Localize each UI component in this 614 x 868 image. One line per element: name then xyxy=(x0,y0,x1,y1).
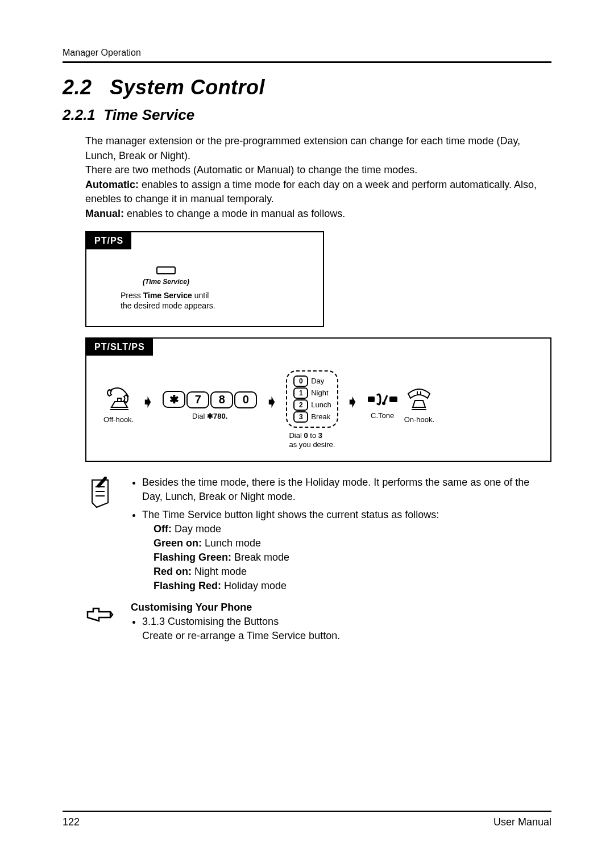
d2-post: as you desire. xyxy=(289,440,335,449)
note-2: The Time Service button light shows the … xyxy=(142,508,551,594)
manual-text: enables to change a mode in manual as fo… xyxy=(124,208,345,219)
onhook-caption: On-hook. xyxy=(404,415,434,432)
custom-item: 3.1.3 Customising the Buttons Create or … xyxy=(142,615,551,643)
intro-p2: There are two methods (Automatic or Manu… xyxy=(85,163,551,178)
custom-heading: Customising Your Phone xyxy=(131,602,252,613)
notes-body: Besides the time mode, there is the Holi… xyxy=(131,475,551,597)
step-dial780: ✱780 Dial ✱780. xyxy=(162,391,258,429)
d2-pre: Dial xyxy=(289,431,304,440)
custom-ref: 3.1.3 Customising the Buttons xyxy=(142,616,279,627)
option-break: 3Break xyxy=(293,411,331,423)
custom-icon xyxy=(85,600,119,647)
dial780-caption: Dial ✱780. xyxy=(192,412,227,429)
hand-point-icon xyxy=(85,600,114,623)
arrow-icon: ➧ xyxy=(263,393,280,411)
svg-rect-1 xyxy=(368,397,375,402)
auto-text: enables to assign a time mode for each d… xyxy=(85,179,537,205)
dial-code: 780. xyxy=(213,412,227,420)
custom-desc: Create or re-arrange a Time Service butt… xyxy=(142,630,340,641)
key-opt-2: 2 xyxy=(293,399,308,411)
arrow-icon: ➧ xyxy=(139,393,156,411)
intro-manual: Manual: enables to change a mode in manu… xyxy=(85,207,551,222)
svg-line-3 xyxy=(384,395,387,403)
svg-rect-4 xyxy=(389,397,397,402)
dial0to3-caption: Dial 0 to 3 as you desire. xyxy=(289,431,335,450)
opt-lunch-label: Lunch xyxy=(311,400,331,409)
page-number: 122 xyxy=(63,816,80,828)
time-service-button-icon xyxy=(156,266,176,274)
intro-auto: Automatic: enables to assign a time mode… xyxy=(85,178,551,207)
ptps-caption-strong: Time Service xyxy=(143,291,192,300)
state-red-k: Red on: xyxy=(154,566,192,577)
subsection-number: 2.2.1 xyxy=(63,106,96,123)
state-green-v: Lunch mode xyxy=(202,537,261,549)
notes-list: Besides the time mode, there is the Holi… xyxy=(142,475,551,594)
ctone-icon xyxy=(367,391,399,408)
subsection-title: Time Service xyxy=(103,106,194,123)
state-flashgreen: Flashing Green: Break mode xyxy=(154,550,551,565)
key-opt-3: 3 xyxy=(293,411,308,423)
option-night: 1Night xyxy=(293,387,331,399)
time-service-button-label: (Time Service) xyxy=(121,278,211,286)
opt-day-label: Day xyxy=(311,377,324,385)
dial-pre: Dial xyxy=(192,412,207,420)
ctone-caption: C.Tone xyxy=(371,411,394,428)
ptps-caption-pre: Press xyxy=(121,291,143,300)
state-red: Red on: Night mode xyxy=(154,565,551,579)
ptslt-tab: PT/SLT/PS xyxy=(86,339,153,356)
ptps-body: (Time Service) Press Time Service until … xyxy=(86,249,246,326)
footer-title: User Manual xyxy=(493,816,551,828)
notes-block: Besides the time mode, there is the Holi… xyxy=(85,475,551,597)
custom-block: Customising Your Phone 3.1.3 Customising… xyxy=(85,600,551,647)
ptps-caption: Press Time Service until the desired mod… xyxy=(121,290,217,311)
key-0: 0 xyxy=(234,391,257,408)
d2-b2: 3 xyxy=(318,431,322,440)
key-8: 8 xyxy=(210,391,233,408)
svg-point-9 xyxy=(105,477,107,479)
key-7: 7 xyxy=(186,391,209,408)
section-number: 2.2 xyxy=(63,76,92,99)
footer-row: 122 User Manual xyxy=(63,816,551,828)
arrow-icon: ➧ xyxy=(344,393,361,411)
states-list: Off: Day mode Green on: Lunch mode Flash… xyxy=(154,522,551,594)
step-onhook: On-hook. xyxy=(404,387,434,432)
state-flashgreen-v: Break mode xyxy=(231,552,289,563)
option-lunch: 2Lunch xyxy=(293,399,331,411)
option-day: 0Day xyxy=(293,375,331,387)
custom-body: Customising Your Phone 3.1.3 Customising… xyxy=(131,600,551,647)
d2-mid: to xyxy=(308,431,318,440)
state-flashgreen-k: Flashing Green: xyxy=(154,552,231,563)
opt-break-label: Break xyxy=(311,412,330,421)
offhook-caption: Off-hook. xyxy=(103,415,134,432)
state-flashred-v: Holiday mode xyxy=(221,580,287,591)
section-title: System Control xyxy=(110,76,265,99)
breadcrumb: Manager Operation xyxy=(63,48,551,58)
figure-ptslt: PT/SLT/PS Off-hook. ➧ ✱780 Dial ✱780. ➧ xyxy=(85,337,551,462)
state-off-k: Off: xyxy=(154,523,172,535)
keypad-780: ✱780 xyxy=(162,391,258,408)
figure-ptps: PT/PS (Time Service) Press Time Service … xyxy=(85,231,324,327)
state-red-v: Night mode xyxy=(192,566,247,577)
header-rule xyxy=(63,61,551,63)
state-flashred-k: Flashing Red: xyxy=(154,580,221,591)
ptslt-body: Off-hook. ➧ ✱780 Dial ✱780. ➧ 0Day 1Nigh… xyxy=(86,356,550,461)
subsection-heading: 2.2.1 Time Service xyxy=(63,106,551,124)
note-1: Besides the time mode, there is the Holi… xyxy=(142,475,551,504)
page-footer: 122 User Manual xyxy=(63,811,551,828)
state-off: Off: Day mode xyxy=(154,522,551,536)
step-ctone: C.Tone xyxy=(367,391,399,428)
key-star: ✱ xyxy=(163,391,185,408)
intro-block: The manager extension or the pre-program… xyxy=(85,134,551,221)
intro-p1: The manager extension or the pre-program… xyxy=(85,134,551,163)
state-green-k: Green on: xyxy=(154,537,202,549)
ptps-tab: PT/PS xyxy=(86,232,131,249)
step-options: 0Day 1Night 2Lunch 3Break Dial 0 to 3 as… xyxy=(286,370,338,450)
manual-label: Manual: xyxy=(85,208,124,219)
note-2-text: The Time Service button light shows the … xyxy=(142,509,439,520)
section-heading: 2.2 System Control xyxy=(63,76,551,99)
custom-list: 3.1.3 Customising the Buttons Create or … xyxy=(142,615,551,643)
offhook-icon xyxy=(105,387,133,412)
notepad-icon xyxy=(85,475,114,510)
step-offhook: Off-hook. xyxy=(103,387,134,432)
opt-night-label: Night xyxy=(311,389,328,397)
